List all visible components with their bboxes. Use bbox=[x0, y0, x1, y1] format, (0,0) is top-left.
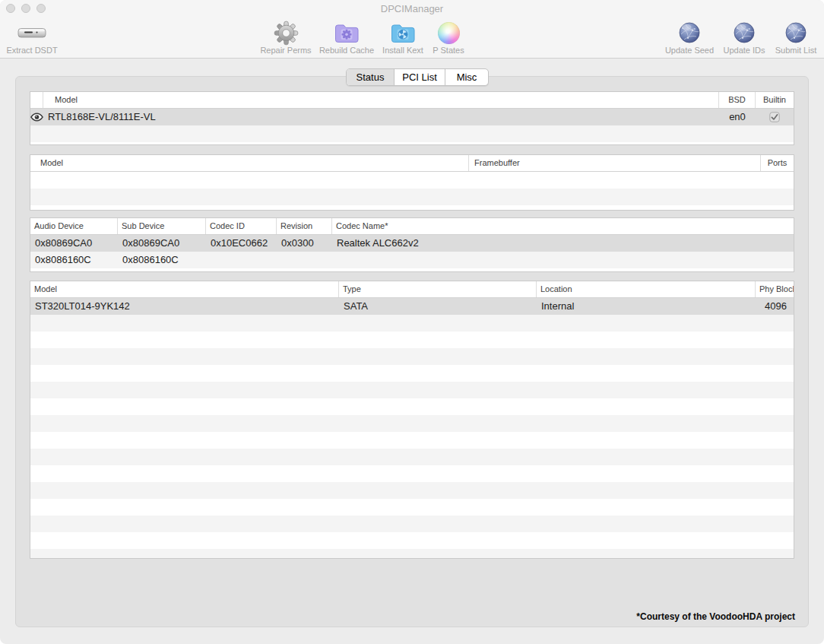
toolbar-p-states[interactable]: P States bbox=[403, 21, 494, 55]
column-header-codec-name[interactable]: Codec Name* bbox=[332, 218, 794, 234]
cell-sub-device: 0x8086160C bbox=[118, 252, 206, 268]
toolbar-label: P States bbox=[403, 46, 494, 55]
cell-revision: 0x0300 bbox=[277, 235, 332, 252]
cell-bsd: en0 bbox=[719, 109, 756, 125]
cell-revision bbox=[277, 252, 332, 268]
column-header-type[interactable]: Type bbox=[339, 281, 537, 297]
column-header-location[interactable]: Location bbox=[537, 281, 756, 297]
storage-table-header: Model Type Location Phy Block bbox=[30, 281, 794, 298]
app-window: DPCIManager Extract DSDT bbox=[0, 0, 824, 644]
table-row[interactable]: 0x8086160C 0x8086160C bbox=[30, 252, 794, 268]
audio-table-header: Audio Device Sub Device Codec ID Revisio… bbox=[30, 218, 794, 235]
window-title: DPCIManager bbox=[0, 0, 824, 17]
column-header-sub-device[interactable]: Sub Device bbox=[118, 218, 206, 234]
column-header-ports[interactable]: Ports bbox=[761, 155, 794, 171]
toolbar-label: Extract DSDT bbox=[0, 46, 78, 55]
cell-audio-device: 0x80869CA0 bbox=[30, 235, 118, 252]
cell-sub-device: 0x80869CA0 bbox=[118, 235, 206, 252]
toolbar-extract-dsdt[interactable]: Extract DSDT bbox=[0, 21, 78, 55]
globe-icon bbox=[750, 21, 824, 45]
tab-pci-list[interactable]: PCI List bbox=[394, 69, 445, 85]
cell-codec-id: 0x10EC0662 bbox=[206, 235, 277, 252]
builtin-checkbox[interactable] bbox=[756, 109, 794, 125]
toolbar-label: Submit List bbox=[750, 46, 824, 55]
column-header-icon[interactable] bbox=[30, 92, 43, 108]
cell-codec-name bbox=[332, 252, 794, 268]
toolbar-submit-list[interactable]: Submit List bbox=[750, 21, 824, 55]
column-header-audio-device[interactable]: Audio Device bbox=[30, 218, 118, 234]
tab-misc[interactable]: Misc bbox=[445, 69, 488, 85]
cell-location: Internal bbox=[537, 298, 756, 315]
table-row[interactable]: ST320LT014-9YK142 SATA Internal 4096 bbox=[30, 298, 794, 315]
empty-rows bbox=[30, 172, 794, 210]
column-header-model[interactable]: Model bbox=[43, 92, 719, 108]
column-header-model[interactable]: Model bbox=[30, 155, 469, 171]
network-table-header: Model BSD Builtin bbox=[30, 92, 794, 109]
column-header-framebuffer[interactable]: Framebuffer bbox=[469, 155, 761, 171]
empty-rows bbox=[30, 268, 794, 271]
table-row[interactable]: 0x80869CA0 0x80869CA0 0x10EC0662 0x0300 … bbox=[30, 235, 794, 252]
cell-model: RTL8168E-VL/8111E-VL bbox=[43, 109, 719, 125]
column-header-bsd[interactable]: BSD bbox=[719, 92, 756, 108]
visibility-eye-icon[interactable] bbox=[30, 109, 43, 125]
column-header-phy-block[interactable]: Phy Block bbox=[756, 281, 794, 297]
graphics-table: Model Framebuffer Ports bbox=[30, 154, 794, 211]
cell-audio-device: 0x8086160C bbox=[30, 252, 118, 268]
graphics-table-header: Model Framebuffer Ports bbox=[30, 155, 794, 172]
column-header-revision[interactable]: Revision bbox=[277, 218, 332, 234]
empty-rows bbox=[30, 125, 794, 144]
storage-table: Model Type Location Phy Block ST320LT014… bbox=[30, 281, 794, 559]
color-wheel-icon bbox=[403, 21, 494, 45]
tab-bar: Status PCI List Misc bbox=[346, 68, 489, 86]
table-row[interactable]: RTL8168E-VL/8111E-VL en0 bbox=[30, 109, 794, 125]
voodoohda-credit-note: *Courtesy of the VoodooHDA project bbox=[636, 611, 795, 622]
audio-table: Audio Device Sub Device Codec ID Revisio… bbox=[30, 217, 794, 272]
cell-phy-block: 4096 bbox=[756, 298, 794, 315]
cell-model: ST320LT014-9YK142 bbox=[30, 298, 339, 315]
tab-status[interactable]: Status bbox=[347, 69, 394, 85]
column-header-codec-id[interactable]: Codec ID bbox=[206, 218, 277, 234]
network-table: Model BSD Builtin RTL8168E-VL/8111E-VL e… bbox=[30, 91, 794, 145]
cell-codec-id bbox=[206, 252, 277, 268]
cell-type: SATA bbox=[339, 298, 537, 315]
column-header-builtin[interactable]: Builtin bbox=[756, 92, 794, 108]
cell-codec-name: Realtek ALC662v2 bbox=[332, 235, 794, 252]
window-chrome: DPCIManager Extract DSDT bbox=[0, 0, 824, 59]
empty-rows bbox=[30, 315, 794, 558]
column-header-model[interactable]: Model bbox=[30, 281, 339, 297]
mac-mini-icon bbox=[0, 21, 78, 45]
